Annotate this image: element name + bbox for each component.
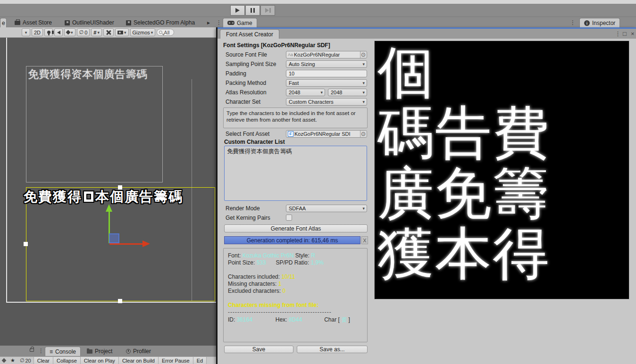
dismiss-progress-button[interactable]: X xyxy=(361,236,368,244)
tag-filter-button[interactable] xyxy=(0,359,8,362)
render-mode-dropdown[interactable]: SDFAA ▾ xyxy=(286,205,367,212)
tab-console[interactable]: ≡ Console xyxy=(45,347,81,356)
atlas-glyph: 得 xyxy=(493,224,550,284)
atlas-glyph: 獲 xyxy=(377,224,435,284)
favorites-button[interactable]: ★ xyxy=(8,357,17,364)
scene-search-input[interactable]: All xyxy=(157,29,174,36)
missing-glyph-box xyxy=(84,191,93,202)
get-kerning-pairs-row: Get Kerning Pairs xyxy=(218,214,373,222)
grid-dropdown[interactable]: # ▾ xyxy=(91,28,102,36)
tab-font-asset-creator[interactable]: Font Asset Creator xyxy=(220,29,279,39)
object-picker-icon[interactable]: ⊙ xyxy=(360,51,366,58)
error-pause-button[interactable]: Error Pause xyxy=(159,357,193,364)
inspector-dock-menu-button[interactable]: ⋮ xyxy=(569,18,577,27)
text-object-frame[interactable]: 免費獲得资本個廣告籌碼 xyxy=(26,66,163,182)
canvas-left-edge xyxy=(6,38,7,302)
chevron-down-icon: ▾ xyxy=(362,99,365,104)
canvas-bottom-edge xyxy=(6,302,216,303)
overflow-arrow-icon: ▸ xyxy=(207,19,210,26)
tab-selected-go[interactable]: SelectedGO From Alpha xyxy=(122,18,199,27)
audio-toggle[interactable] xyxy=(54,28,63,36)
get-kerning-pairs-checkbox[interactable] xyxy=(286,215,292,221)
tab-game[interactable]: Game xyxy=(223,18,257,27)
tab-inspector[interactable]: i Inspector xyxy=(579,18,620,27)
clear-label: Clear xyxy=(37,358,50,364)
sampling-point-size-dropdown[interactable]: Auto Sizing ▾ xyxy=(286,60,367,68)
editor-button-truncated[interactable]: Ed xyxy=(193,357,207,364)
camera-icon xyxy=(117,31,123,34)
lock-button[interactable] xyxy=(27,348,36,352)
pause-button[interactable] xyxy=(245,5,260,16)
play-button[interactable] xyxy=(230,5,245,16)
close-button[interactable]: × xyxy=(631,30,635,37)
tab-asset-store[interactable]: Asset Store xyxy=(10,18,56,27)
folder-icon xyxy=(87,349,92,354)
save-as-label: Save as... xyxy=(319,346,344,353)
save-button[interactable]: Save xyxy=(224,346,293,353)
custom-characters-textarea[interactable]: 免費獲得资本個廣告籌碼 xyxy=(224,146,367,201)
tab-project[interactable]: Project xyxy=(83,347,117,356)
source-font-file-field[interactable]: Aa KozGoPr6NRegular ⊙ xyxy=(286,51,367,58)
padding-input[interactable]: 10 xyxy=(286,70,367,77)
step-button[interactable] xyxy=(260,5,275,16)
atlas-width-dropdown[interactable]: 2048 ▾ xyxy=(286,89,325,96)
save-as-button[interactable]: Save as... xyxy=(297,346,368,353)
console-icon: ≡ xyxy=(50,348,53,355)
gizmo-x-axis[interactable] xyxy=(109,243,143,245)
dock-menu-button[interactable]: ⋮ xyxy=(215,18,223,27)
clear-on-build-label: Clear on Build xyxy=(122,358,155,364)
mode-2d-button[interactable]: 2D xyxy=(32,28,43,36)
kebab-menu-icon: ⋮ xyxy=(570,19,576,26)
scene-view[interactable]: 免費獲得资本個廣告籌碼 免費獲得本個廣告籌碼 xyxy=(0,38,216,346)
tab-profiler[interactable]: Profiler xyxy=(122,347,155,356)
scene-search-value: All xyxy=(164,30,169,35)
chevron-down-icon: ▾ xyxy=(25,30,27,35)
source-font-file-row: Source Font File Aa KozGoPr6NRegular ⊙ xyxy=(218,51,373,58)
gizmo-y-arrowhead xyxy=(106,204,112,212)
hidden-objects-button[interactable]: ∅ 0 xyxy=(77,28,90,36)
tools-button[interactable] xyxy=(103,28,114,36)
muted-messages-button[interactable]: ∅ 20 xyxy=(17,357,33,364)
selected-text-prefix: 免費獲得 xyxy=(24,189,82,204)
chevron-down-icon: ▾ xyxy=(320,90,323,95)
gizmos-dropdown[interactable]: Gizmos ▾ xyxy=(130,28,156,36)
resize-handle-left[interactable] xyxy=(24,242,28,246)
window-menu-button[interactable]: ⋮ xyxy=(615,30,621,37)
clear-on-play-button[interactable]: Clear on Play xyxy=(81,357,119,364)
tab-game-label: Game xyxy=(237,20,252,26)
generate-font-atlas-button[interactable]: Generate Font Atlas xyxy=(224,224,368,232)
missing-char-id: 36164 xyxy=(237,316,252,323)
sampling-point-size-row: Sampling Point Size Auto Sizing ▾ xyxy=(218,60,373,68)
gizmo-xy-plane-handle[interactable] xyxy=(109,233,119,243)
fac-tab-bar: Font Asset Creator ⋮ □ × xyxy=(218,29,636,39)
render-mode-value: SDFAA xyxy=(289,206,306,211)
chevron-down-icon: ▾ xyxy=(362,81,365,85)
help-box: Type the characters to be included in th… xyxy=(223,108,368,128)
resize-handle-bottom[interactable] xyxy=(118,299,122,303)
select-font-asset-value: KozGoPr6NRegular SDI xyxy=(294,131,351,137)
excluded-count-value: 0 xyxy=(282,288,285,294)
tab-scene-partial[interactable]: e xyxy=(0,18,7,27)
character-set-dropdown[interactable]: Custom Characters ▾ xyxy=(286,98,367,106)
font-asset-creator-window: Font Asset Creator ⋮ □ × Font Settings [… xyxy=(216,27,636,364)
clear-on-build-button[interactable]: Clear on Build xyxy=(119,357,159,364)
packing-method-dropdown[interactable]: Fast ▾ xyxy=(286,79,367,87)
atlas-glyph: 籌 xyxy=(493,164,550,224)
clear-button[interactable]: Clear xyxy=(33,357,53,364)
atlas-glyph-grid: 個 碼 告 費 廣 免 籌 獲 本 得 xyxy=(377,43,550,284)
effects-dropdown[interactable]: ▾ xyxy=(64,28,75,36)
collapse-button[interactable]: Collapse xyxy=(53,357,81,364)
report-size-line: Point Size: 533 SP/PD Ratio: 1,9% xyxy=(228,259,324,266)
object-picker-icon[interactable]: ⊙ xyxy=(360,131,366,137)
package-icon xyxy=(65,20,70,25)
select-font-asset-field[interactable]: F KozGoPr6NRegular SDI ⊙ xyxy=(286,130,367,138)
camera-dropdown[interactable]: ▾ xyxy=(115,28,129,36)
tab-outline-ui-shader[interactable]: OutlineUIShader xyxy=(60,18,118,27)
sp-pd-ratio-value: 1,9% xyxy=(310,259,323,266)
chevron-down-icon: ▾ xyxy=(124,30,126,35)
tool-settings-dropdown[interactable]: ▾ xyxy=(22,28,30,36)
padding-row: Padding 10 xyxy=(218,70,373,77)
atlas-height-dropdown[interactable]: 2048 ▾ xyxy=(328,89,367,96)
maximize-button[interactable]: □ xyxy=(623,30,627,37)
tab-overflow-button[interactable]: ▸ xyxy=(206,18,211,27)
